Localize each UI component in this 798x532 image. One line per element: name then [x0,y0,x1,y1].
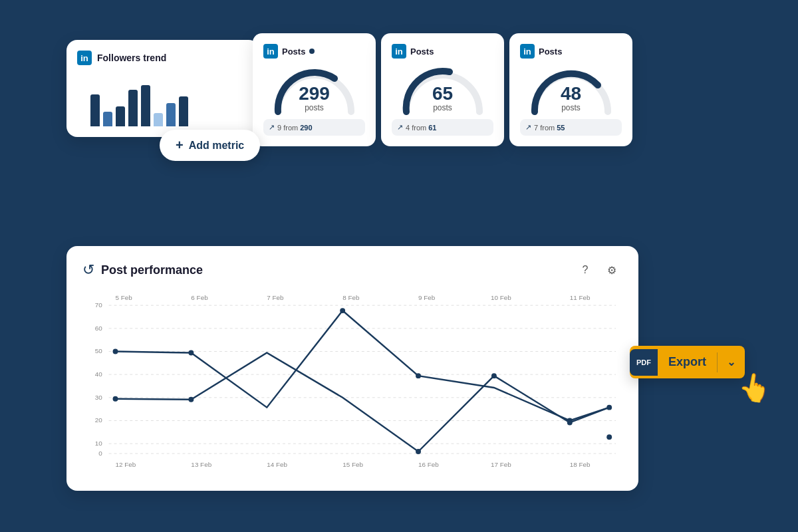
pdf-badge: PDF [630,349,658,376]
bar-4 [128,90,138,126]
posts-card-1-title: Posts [282,47,305,57]
footer-val-3: 55 [557,124,565,132]
svg-text:40: 40 [95,370,103,378]
svg-text:60: 60 [95,325,103,332]
gauge-3-value: 48 posts [561,84,581,112]
svg-text:0: 0 [98,450,102,457]
export-label: Export [658,346,717,378]
gauge-3-container: 48 posts [520,65,622,115]
plus-icon: + [176,138,184,153]
trend-arrow-1: ↗ [269,123,275,132]
posts-dot-1 [309,49,315,54]
bar-8 [179,96,188,126]
linkedin-icon-posts-1: in [263,44,278,59]
linkedin-icon: in [77,51,92,65]
performance-chart: 70 60 50 40 30 20 10 0 5 Feb 6 Feb 7 Feb… [82,291,622,477]
footer-stat-2: 4 from 61 [406,124,436,132]
gauge-1: 299 posts [271,65,358,115]
linkedin-icon-posts-2: in [392,44,406,59]
dot-l1-4 [416,373,421,378]
gauge-1-value: 299 posts [299,84,330,112]
svg-text:11 Feb: 11 Feb [570,294,591,301]
dot-l2-5 [567,420,573,425]
footer-val-1: 290 [300,124,312,132]
svg-text:13 Feb: 13 Feb [191,461,211,468]
gauge-2: 65 posts [400,65,486,115]
gauge-2-value: 65 posts [432,84,453,112]
bar-6 [154,113,163,126]
dot-l1-2 [188,350,194,356]
dot-l2-2 [188,397,194,402]
performance-card: ↺ Post performance ? ⚙ 70 [66,246,638,491]
posts-card-3-title: Posts [539,47,562,57]
add-metric-button[interactable]: + Add metric [160,130,260,161]
posts-card-1-header: in Posts [263,44,365,59]
bar-1 [90,94,100,126]
svg-text:10 Feb: 10 Feb [491,294,511,301]
cursor-pointer: 👆 [735,370,773,406]
gauge-3-footer: ↗ 7 from 55 [520,119,622,136]
help-button[interactable]: ? [575,259,596,281]
dot-l1-1 [113,349,118,354]
svg-text:16 Feb: 16 Feb [418,461,439,468]
svg-text:9 Feb: 9 Feb [418,294,436,301]
svg-text:70: 70 [95,301,103,309]
trend-arrow-2: ↗ [397,123,403,132]
svg-text:8 Feb: 8 Feb [342,294,360,301]
followers-card-title: Followers trend [97,53,166,63]
gauge-2-footer: ↗ 4 from 61 [392,119,493,136]
posts-value-2: 65 [432,84,453,103]
bar-3 [116,106,125,126]
bar-2 [103,112,112,126]
posts-value-1: 299 [299,84,330,103]
posts-card-1: in Posts 299 posts [253,33,376,146]
dot-l1-6 [606,405,612,410]
dot-l2-1 [113,396,118,402]
gauge-3: 48 posts [528,65,614,115]
dot-l1-3 [340,308,345,313]
followers-trend-card: in Followers trend [66,40,259,137]
posts-value-3: 48 [561,84,581,103]
svg-text:18 Feb: 18 Feb [570,461,591,468]
bar-5 [141,85,150,126]
bar-7 [166,103,176,126]
svg-text:10: 10 [95,440,103,447]
export-button-group[interactable]: PDF Export ⌄ [630,346,745,378]
performance-header: ↺ Post performance ? ⚙ [82,259,622,281]
followers-bar-chart [90,73,249,126]
gauge-1-container: 299 posts [263,65,365,115]
svg-text:15 Feb: 15 Feb [342,461,363,468]
svg-text:14 Feb: 14 Feb [267,461,287,468]
chart-line-flat [116,352,610,452]
chart-line-wave [116,311,610,420]
posts-cards-area: in Posts 299 posts [253,33,632,146]
add-metric-label: Add metric [189,140,245,152]
performance-title-area: ↺ Post performance [82,261,203,279]
svg-text:5 Feb: 5 Feb [116,294,133,301]
posts-card-2-header: in Posts [392,44,493,59]
posts-card-3-header: in Posts [520,44,622,59]
footer-stat-3: 7 from 55 [534,124,565,132]
svg-text:12 Feb: 12 Feb [116,461,136,468]
performance-icon: ↺ [82,261,94,279]
trend-arrow-3: ↗ [525,123,531,132]
posts-card-3: in Posts 48 posts ↗ 7 from 55 [509,33,632,146]
dot-l2-6 [606,434,612,440]
svg-text:50: 50 [95,347,103,354]
svg-text:7 Feb: 7 Feb [267,294,284,301]
followers-card-header: in Followers trend [77,51,249,65]
posts-unit-1: posts [299,103,330,112]
svg-text:20: 20 [95,416,103,424]
settings-button[interactable]: ⚙ [601,259,622,281]
gauge-2-container: 65 posts [392,65,493,115]
linkedin-icon-posts-3: in [520,44,535,59]
posts-unit-2: posts [432,103,453,112]
svg-text:17 Feb: 17 Feb [491,461,511,468]
chart-area: 70 60 50 40 30 20 10 0 5 Feb 6 Feb 7 Feb… [82,291,622,477]
posts-card-2: in Posts 65 posts ↗ 4 from 61 [381,33,504,146]
footer-stat-1: 9 from 290 [277,124,313,132]
posts-unit-3: posts [561,103,581,112]
performance-title: Post performance [101,263,203,277]
footer-val-2: 61 [428,124,436,132]
svg-text:30: 30 [95,394,103,401]
